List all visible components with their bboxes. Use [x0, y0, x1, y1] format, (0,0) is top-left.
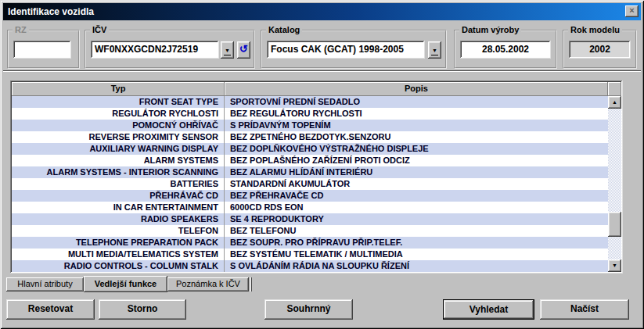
- tab-hlavni-atributy[interactable]: Hlavní atributy: [6, 277, 84, 291]
- table-row[interactable]: BATTERIESSTANDARDNÍ AKUMULÁTOR: [12, 178, 621, 190]
- row-typ: BATTERIES: [12, 178, 225, 190]
- icv-label: IČV: [90, 25, 109, 34]
- separator: [3, 70, 641, 72]
- rok-modelu-label: Rok modelu: [568, 25, 622, 34]
- cancel-button[interactable]: Storno: [99, 299, 186, 320]
- row-typ: ALARM SYSTEMS: [12, 155, 225, 166]
- table-row[interactable]: TELEPHONE PREPARATION PACKBEZ SOUPR. PRO…: [12, 237, 621, 249]
- icv-dropdown-button[interactable]: ▼: [221, 41, 234, 59]
- title-bar[interactable]: Identifikace vozidla ×: [3, 3, 641, 20]
- katalog-group: Katalog Focus CAK (GCAT) 1998-2005 ▼: [261, 30, 447, 69]
- reset-button[interactable]: Resetovat: [6, 299, 95, 320]
- tab-strip-edge: [250, 277, 252, 291]
- window-title: Identifikace vozidla: [8, 6, 94, 17]
- katalog-dropdown-button[interactable]: ▼: [428, 41, 441, 59]
- row-typ: ALARM SYSTEMS - INTERIOR SCANNING: [12, 166, 225, 178]
- rz-group: RZ: [7, 30, 80, 69]
- row-typ: POMOCNÝ OHŘÍVAČ: [12, 120, 225, 131]
- row-popis: BEZ TELEFONU: [225, 225, 621, 237]
- scroll-up-icon[interactable]: ▲: [608, 96, 621, 109]
- table-row[interactable]: ALARM SYSTEMS - INTERIOR SCANNINGBEZ ALA…: [12, 166, 621, 178]
- row-popis: BEZ DOPLŇKOVÉHO VÝSTRAŽNÉHO DISPLEJE: [225, 143, 621, 155]
- datum-vyroby-group: Datum výroby 28.05.2002: [454, 30, 557, 69]
- row-typ: IN CAR ENTERTAINMENT: [12, 202, 225, 213]
- row-typ: REGULÁTOR RYCHLOSTI: [12, 108, 225, 120]
- row-popis: STANDARDNÍ AKUMULÁTOR: [225, 178, 621, 190]
- datum-vyroby-input[interactable]: 28.05.2002: [460, 41, 551, 59]
- table-row[interactable]: PŘEHRÁVAČ CDBEZ PŘEHRAVAČE CD: [12, 190, 621, 202]
- katalog-input[interactable]: Focus CAK (GCAT) 1998-2005: [267, 41, 425, 59]
- table-row[interactable]: FRONT SEAT TYPESPORTOVNÍ PREDNÍ SEDADLO: [12, 96, 621, 108]
- table-row[interactable]: ALARM SYSTEMSBEZ POPLAŠNÉHO ZAŘÍZENÍ PRO…: [12, 155, 621, 166]
- chevron-down-icon: ▼: [431, 47, 438, 55]
- attributes-grid: Typ Popis FRONT SEAT TYPESPORTOVNÍ PREDN…: [10, 80, 623, 274]
- row-typ: TELEFON: [12, 225, 225, 237]
- rz-input[interactable]: [13, 41, 71, 59]
- row-typ: REVERSE PROXIMITY SENSOR: [12, 131, 225, 143]
- close-icon[interactable]: ×: [625, 5, 639, 17]
- table-row[interactable]: RADIO CONTROLS - COLUMN STALKS OVLÁDÁNÍM…: [12, 260, 621, 272]
- rz-label: RZ: [13, 25, 29, 34]
- load-button[interactable]: Načíst: [540, 299, 629, 320]
- column-header-popis[interactable]: Popis: [225, 82, 608, 96]
- tab-vedlejsi-funkce[interactable]: Vedlejší funkce: [84, 276, 167, 292]
- table-row[interactable]: REVERSE PROXIMITY SENSORBEZ ZPETNÉHO BEZ…: [12, 131, 621, 143]
- row-popis: BEZ SOUPR. PRO PŘÍPRAVU PŘIP.TELEF.: [225, 237, 621, 249]
- row-popis: BEZ PŘEHRAVAČE CD: [225, 190, 621, 202]
- icv-history-button[interactable]: ↺: [237, 41, 250, 59]
- row-typ: RADIO CONTROLS - COLUMN STALK: [12, 260, 225, 272]
- scroll-down-icon[interactable]: ▼: [608, 259, 621, 272]
- row-popis: 6000CD RDS EON: [225, 202, 621, 213]
- row-typ: MULTI MEDIA/TELEMATICS SYSTEM: [12, 249, 225, 260]
- table-row[interactable]: RADIO SPEAKERSSE 4 REPRODUKTORY: [12, 213, 621, 225]
- row-typ: AUXILIARY WARNING DISPLAY: [12, 143, 225, 155]
- row-typ: RADIO SPEAKERS: [12, 213, 225, 225]
- vertical-scrollbar[interactable]: ▲ ▼: [608, 96, 621, 272]
- row-popis: SE 4 REPRODUKTORY: [225, 213, 621, 225]
- rok-modelu-group: Rok modelu 2002: [563, 30, 637, 69]
- row-popis: S OVLÁDÁNÍM RÁDIA NA SLOUPKU ŘÍZENÍ: [225, 260, 621, 272]
- row-typ: PŘEHRÁVAČ CD: [12, 190, 225, 202]
- row-popis: BEZ ALARMU HLÍDÁNÍ INTERIÉRU: [225, 166, 621, 178]
- icv-input[interactable]: WF0NXXGCDN2J72519: [91, 41, 219, 59]
- datum-vyroby-label: Datum výroby: [459, 25, 521, 34]
- vehicle-identification-dialog: Identifikace vozidla × RZ IČV WF0NXXGCDN…: [0, 0, 644, 329]
- table-row[interactable]: IN CAR ENTERTAINMENT6000CD RDS EON: [12, 202, 621, 213]
- row-popis: BEZ POPLAŠNÉHO ZAŘÍZENÍ PROTI ODCIZ: [225, 155, 621, 166]
- row-typ: TELEPHONE PREPARATION PACK: [12, 237, 225, 249]
- grid-header: Typ Popis: [12, 82, 621, 96]
- table-row[interactable]: MULTI MEDIA/TELEMATICS SYSTEMBEZ SYSTÉMU…: [12, 249, 621, 260]
- rok-modelu-field: 2002: [569, 41, 631, 59]
- table-row[interactable]: AUXILIARY WARNING DISPLAYBEZ DOPLŇKOVÉHO…: [12, 143, 621, 155]
- scrollbar-thumb[interactable]: [608, 212, 621, 237]
- summary-button[interactable]: Souhrnný: [264, 299, 353, 320]
- chevron-down-icon: ▼: [224, 47, 231, 55]
- search-button[interactable]: Vyhledat: [443, 299, 534, 320]
- tab-poznamka-k-icv[interactable]: Poznámka k IČV: [167, 277, 249, 291]
- table-row[interactable]: TELEFONBEZ TELEFONU: [12, 225, 621, 237]
- table-row[interactable]: POMOCNÝ OHŘÍVAČS PRÍDAVNÝM TOPENÍM: [12, 120, 621, 131]
- undo-icon: ↺: [239, 41, 248, 57]
- row-typ: FRONT SEAT TYPE: [12, 96, 225, 108]
- row-popis: BEZ SYSTÉMU TELEMATIK / MULTIMEDIA: [225, 249, 621, 260]
- table-row[interactable]: REGULÁTOR RYCHLOSTIBEZ REGULÁTORU RYCHLO…: [12, 108, 621, 120]
- row-popis: BEZ REGULÁTORU RYCHLOSTI: [225, 108, 621, 120]
- katalog-label: Katalog: [266, 25, 302, 34]
- column-header-typ[interactable]: Typ: [12, 82, 225, 96]
- grid-body: FRONT SEAT TYPESPORTOVNÍ PREDNÍ SEDADLO …: [12, 96, 621, 272]
- row-popis: S PRÍDAVNÝM TOPENÍM: [225, 120, 621, 131]
- column-header-corner: [608, 82, 621, 96]
- row-popis: SPORTOVNÍ PREDNÍ SEDADLO: [225, 96, 621, 108]
- row-popis: BEZ ZPETNÉHO BEZDOTYK.SENZORU: [225, 131, 621, 143]
- icv-group: IČV WF0NXXGCDN2J72519 ▼ ↺: [85, 30, 255, 69]
